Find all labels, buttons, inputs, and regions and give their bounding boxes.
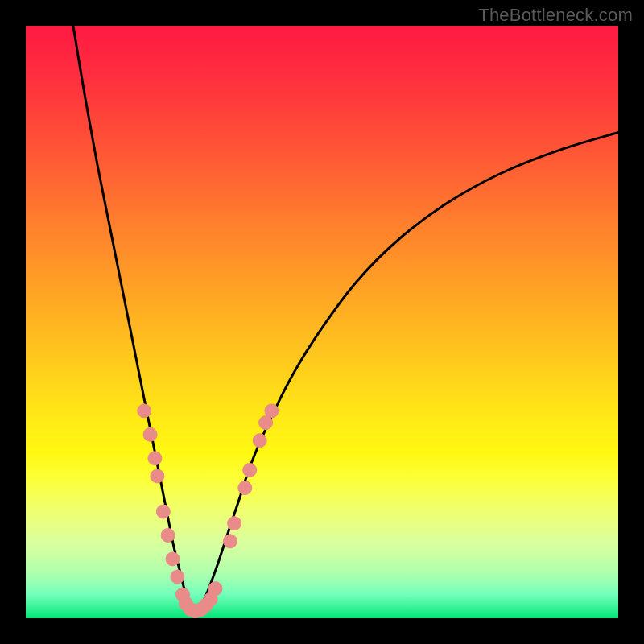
data-dot bbox=[253, 434, 266, 448]
data-dot bbox=[243, 464, 257, 477]
data-dot bbox=[143, 427, 157, 441]
data-dot bbox=[208, 582, 222, 596]
data-dot bbox=[156, 505, 170, 518]
data-dot bbox=[148, 452, 162, 465]
curve-right-branch bbox=[192, 133, 618, 613]
data-dot bbox=[171, 570, 184, 584]
data-dot bbox=[238, 481, 252, 495]
watermark-text: TheBottleneck.com bbox=[478, 5, 633, 26]
chart-stage: TheBottleneck.com bbox=[0, 0, 644, 644]
plot-area bbox=[26, 26, 618, 618]
data-dot bbox=[151, 469, 164, 483]
data-dots bbox=[138, 404, 279, 618]
data-dot bbox=[265, 404, 279, 418]
data-dot bbox=[228, 517, 242, 530]
data-dot bbox=[223, 535, 237, 548]
data-dot bbox=[138, 404, 151, 418]
data-dot bbox=[161, 529, 175, 543]
curve-layer bbox=[26, 26, 618, 618]
data-dot bbox=[166, 552, 180, 566]
curve-left-branch bbox=[73, 26, 192, 613]
